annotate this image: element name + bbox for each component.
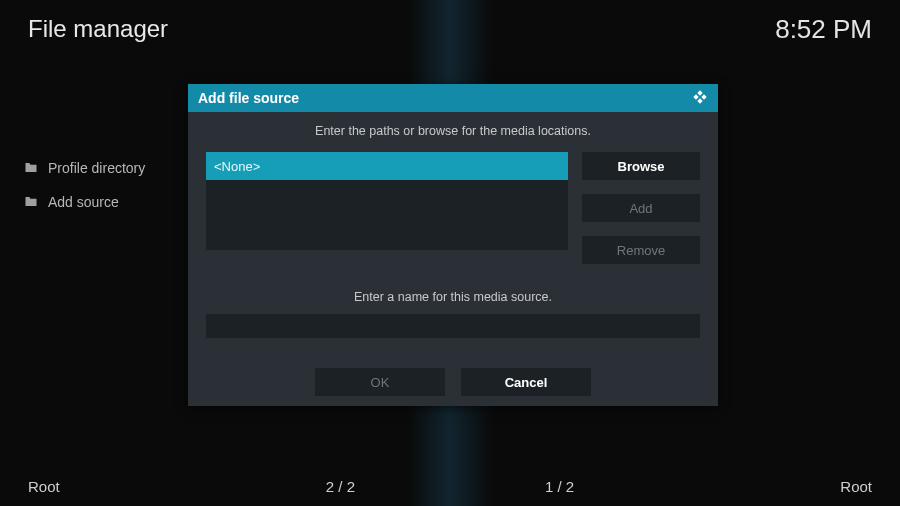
folder-icon — [24, 194, 38, 210]
dialog-title: Add file source — [198, 90, 299, 106]
browse-button[interactable]: Browse — [582, 152, 700, 180]
footer-root-right: Root — [840, 478, 872, 495]
add-button[interactable]: Add — [582, 194, 700, 222]
cancel-button[interactable]: Cancel — [461, 368, 591, 396]
sidebar-item-add-source[interactable]: Add source — [24, 194, 184, 210]
sidebar-item-profile-directory[interactable]: Profile directory — [24, 160, 184, 176]
kodi-icon — [692, 89, 708, 108]
dialog-title-bar: Add file source — [188, 84, 718, 112]
name-label: Enter a name for this media source. — [206, 290, 700, 304]
source-name-input[interactable] — [206, 314, 700, 338]
add-file-source-dialog: Add file source Enter the paths or brows… — [188, 84, 718, 406]
dialog-instruction: Enter the paths or browse for the media … — [206, 124, 700, 138]
footer-root-left: Root — [28, 478, 60, 495]
footer-count-right: 1 / 2 — [545, 478, 574, 495]
footer-count-left: 2 / 2 — [326, 478, 355, 495]
folder-icon — [24, 160, 38, 176]
paths-list[interactable]: <None> — [206, 152, 568, 250]
path-entry[interactable]: <None> — [206, 152, 568, 180]
page-title: File manager — [28, 15, 168, 43]
remove-button[interactable]: Remove — [582, 236, 700, 264]
footer-bar: Root 2 / 2 1 / 2 Root — [0, 466, 900, 506]
header-bar: File manager 8:52 PM — [0, 0, 900, 58]
sidebar-item-label: Add source — [48, 194, 119, 210]
clock: 8:52 PM — [775, 14, 872, 45]
ok-button[interactable]: OK — [315, 368, 445, 396]
sidebar-item-label: Profile directory — [48, 160, 145, 176]
left-panel: Profile directory Add source — [24, 160, 184, 228]
